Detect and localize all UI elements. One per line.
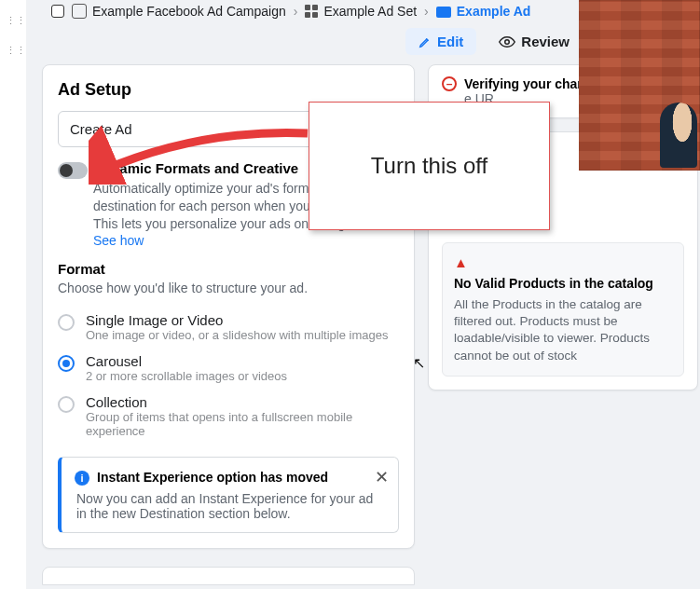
radio-icon — [58, 314, 75, 331]
verify-title: Verifying your chang — [464, 76, 593, 91]
callout-text: Turn this off — [371, 153, 487, 179]
adset-icon — [305, 5, 318, 18]
left-toolbar: ⋮⋮ ⋮⋮ — [0, 0, 26, 589]
close-icon[interactable]: ✕ — [375, 467, 389, 487]
edit-button[interactable]: Edit — [405, 28, 476, 55]
warning-triangle-icon: ▲ — [454, 254, 672, 270]
breadcrumb-campaign-label: Example Facebook Ad Campaign — [92, 4, 286, 19]
folder-outline-icon — [72, 4, 87, 19]
review-button[interactable]: Review — [486, 28, 583, 55]
ad-folder-icon — [436, 7, 451, 18]
format-option-collection[interactable]: Collection Group of items that opens int… — [58, 389, 399, 444]
breadcrumb-campaign[interactable]: Example Facebook Ad Campaign — [72, 4, 286, 19]
see-how-link[interactable]: See how — [93, 233, 399, 248]
info-icon: i — [75, 471, 89, 486]
format-option-sub: One image or video, or a slideshow with … — [86, 328, 388, 342]
format-option-label: Single Image or Video — [86, 312, 388, 328]
warning-title: No Valid Products in the catalog — [454, 276, 672, 291]
annotation-callout: Turn this off — [309, 102, 550, 230]
format-subtitle: Choose how you'd like to structure your … — [58, 281, 399, 295]
drag-dots-icon: ⋮⋮ — [6, 45, 21, 50]
breadcrumb-ad-label: Example Ad — [457, 4, 531, 19]
notice-body: Now you can add an Instant Experience fo… — [75, 491, 385, 521]
ad-setup-title: Ad Setup — [58, 80, 399, 100]
breadcrumb-adset-label: Example Ad Set — [323, 4, 417, 19]
review-label: Review — [521, 34, 570, 49]
format-option-carousel[interactable]: Carousel 2 or more scrollable images or … — [58, 348, 399, 389]
cursor-icon: ↖ — [413, 354, 425, 372]
drag-dots-icon: ⋮⋮ — [6, 15, 21, 21]
format-option-label: Carousel — [86, 353, 287, 369]
pencil-icon — [419, 35, 432, 48]
notice-title: Instant Experience option has moved — [97, 470, 328, 485]
instant-experience-notice: ✕ iInstant Experience option has moved N… — [58, 457, 399, 533]
minus-circle-icon: – — [442, 76, 457, 91]
chevron-right-icon: › — [294, 4, 298, 19]
chevron-right-icon: › — [424, 4, 429, 19]
breadcrumb-ad[interactable]: Example Ad — [436, 4, 531, 19]
format-option-sub: Group of items that opens into a fullscr… — [86, 410, 399, 438]
presenter-webcam-overlay — [579, 0, 700, 171]
format-option-sub: 2 or more scrollable images or videos — [86, 369, 287, 383]
no-valid-products-warning: ▲ No Valid Products in the catalog All t… — [442, 242, 684, 377]
eye-icon — [499, 36, 515, 48]
dynamic-formats-toggle[interactable] — [58, 162, 88, 179]
radio-icon — [58, 355, 75, 372]
format-option-label: Collection — [86, 394, 399, 410]
svg-point-0 — [505, 39, 510, 44]
format-option-single[interactable]: Single Image or Video One image or video… — [58, 307, 399, 348]
breadcrumb-adset[interactable]: Example Ad Set — [305, 4, 417, 19]
next-card-peek — [42, 567, 415, 585]
edit-label: Edit — [437, 34, 463, 49]
breadcrumb-level-icon — [51, 5, 64, 18]
radio-icon — [58, 396, 75, 413]
format-title: Format — [58, 261, 399, 277]
warning-body: All the Products in the catalog are filt… — [454, 296, 672, 364]
